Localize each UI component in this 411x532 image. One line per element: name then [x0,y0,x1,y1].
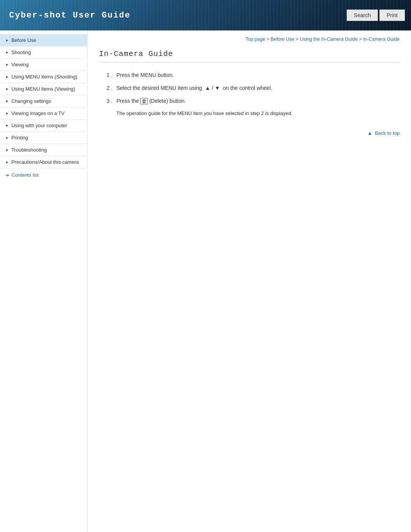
sidebar-item-viewing-tv[interactable]: ► Viewing images on a TV [0,107,87,120]
arrow-icon: ► [5,160,9,164]
sidebar-item-label: Changing settings [11,98,51,104]
sidebar-item-precautions[interactable]: ► Precautions/About this camera [0,156,87,168]
sidebar-item-label: Viewing [11,62,29,67]
header-buttons: Search Print [347,0,411,30]
sidebar-item-computer[interactable]: ► Using with your computer [0,120,87,132]
content-area: Top page > Before Use > Using the In-Cam… [88,30,411,532]
step-3-number: 3 . [107,97,114,106]
sidebar-item-menu-viewing[interactable]: ► Using MENU items (Viewing) [0,83,87,95]
step-1-number: 1 . [107,71,114,80]
arrow-right-icon: ➔ [5,173,9,178]
step-2: 2 . Select the desired MENU item using ▲… [107,84,400,93]
arrow-icon: ► [5,50,9,54]
sidebar-item-label: Precautions/About this camera [11,159,79,165]
arrow-icon: ► [5,75,9,79]
sidebar-item-viewing[interactable]: ► Viewing [0,59,87,71]
step-3: 3 . Press the 🗑 (Delete) button. The ope… [107,97,400,118]
back-to-top-link[interactable]: ▲ Back to top [367,130,400,136]
breadcrumb: Top page > Before Use > Using the In-Cam… [99,37,400,42]
sidebar-item-label: Printing [11,135,28,141]
sidebar-item-label: Using MENU items (Viewing) [11,86,75,92]
breadcrumb-current[interactable]: In-Camera Guide [363,37,400,42]
back-to-top-label: Back to top [375,130,400,136]
breadcrumb-before-use[interactable]: Before Use [271,37,295,42]
sidebar-item-printing[interactable]: ► Printing [0,132,87,144]
arrow-icon: ► [5,148,9,152]
arrow-icon: ► [5,87,9,91]
step-3-sub: The operation guide for the MENU item yo… [116,109,292,118]
step-2-number: 2 . [107,84,114,93]
arrow-icon: ► [5,111,9,115]
step-1: 1 . Press the MENU button. [107,71,400,80]
sidebar-item-changing-settings[interactable]: ► Changing settings [0,95,87,107]
sidebar-item-label: Using MENU items (Shooting) [11,74,77,80]
step-3-text: Press the 🗑 (Delete) button. [116,97,186,106]
arrow-icon: ► [5,123,9,128]
sidebar-item-label: Viewing images on a TV [11,110,65,116]
contents-list-label: Contents list [11,172,39,178]
breadcrumb-top-page[interactable]: Top page [245,37,265,42]
back-to-top-triangle-icon: ▲ [367,130,372,136]
breadcrumb-sep3: > [359,37,363,42]
page-title: In-Camera Guide [99,50,400,62]
down-arrow-icon: ▼ [215,85,220,91]
main-container: ► Before Use ► Shooting ► Viewing ► Usin… [0,30,411,532]
arrow-icon: ► [5,38,9,42]
sidebar-item-label: Shooting [11,50,31,55]
step-3-main: 3 . Press the 🗑 (Delete) button. [107,97,186,106]
search-button[interactable]: Search [347,10,378,21]
steps-list: 1 . Press the MENU button. 2 . Select th… [107,71,400,118]
sidebar-item-label: Troubleshooting [11,147,47,153]
arrow-icon: ► [5,99,9,103]
sidebar-item-label: Before Use [11,37,36,43]
arrow-icon: ► [5,136,9,140]
sidebar-item-shooting[interactable]: ► Shooting [0,46,87,59]
sidebar: ► Before Use ► Shooting ► Viewing ► Usin… [0,30,88,532]
back-to-top: ▲ Back to top [99,129,400,137]
breadcrumb-sep1: > [266,37,271,42]
contents-list-link[interactable]: ➔ Contents list [0,168,87,182]
breadcrumb-sep2: > [296,37,300,42]
content-body: 1 . Press the MENU button. 2 . Select th… [99,71,400,138]
sidebar-item-before-use[interactable]: ► Before Use [0,34,87,46]
print-button[interactable]: Print [379,10,405,21]
sidebar-item-troubleshooting[interactable]: ► Troubleshooting [0,144,87,156]
breadcrumb-using-guide[interactable]: Using the In-Camera Guide [300,37,358,42]
up-arrow-icon: ▲ [205,85,210,91]
delete-icon: 🗑 [140,98,148,104]
header: Cyber-shot User Guide Search Print [0,0,411,30]
sidebar-item-label: Using with your computer [11,123,67,128]
arrow-icon: ► [5,62,9,67]
app-title: Cyber-shot User Guide [0,0,140,30]
sidebar-item-menu-shooting[interactable]: ► Using MENU items (Shooting) [0,71,87,83]
step-1-text: Press the MENU button. [116,71,174,80]
step-2-text: Select the desired MENU item using ▲ / ▼… [116,84,272,93]
